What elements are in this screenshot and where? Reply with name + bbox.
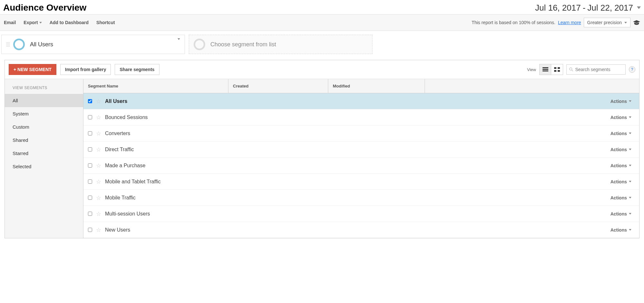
row-checkbox[interactable]: [88, 196, 92, 200]
star-icon[interactable]: ☆: [96, 114, 101, 121]
actions-dropdown[interactable]: Actions: [610, 179, 635, 184]
col-modified[interactable]: Modified: [328, 79, 425, 93]
list-view-button[interactable]: [540, 64, 551, 75]
row-checkbox[interactable]: [88, 99, 92, 103]
sample-text: This report is based on 100% of sessions…: [472, 20, 555, 25]
svg-point-7: [570, 68, 572, 70]
view-label: View: [527, 67, 536, 72]
share-segments-button[interactable]: Share segments: [115, 64, 159, 75]
chevron-down-icon: [629, 165, 631, 166]
page-title: Audience Overview: [3, 3, 86, 13]
add-dashboard-link[interactable]: Add to Dashboard: [50, 20, 89, 25]
star-icon[interactable]: ☆: [96, 226, 101, 234]
star-icon[interactable]: ☆: [96, 130, 101, 137]
col-segment-name[interactable]: Segment Name: [83, 79, 228, 93]
chevron-down-icon[interactable]: [178, 38, 180, 40]
sidebar-item-custom[interactable]: Custom: [5, 120, 83, 133]
svg-rect-0: [543, 67, 548, 68]
date-end: Jul 22, 2017: [587, 3, 633, 13]
grid-view-button[interactable]: [551, 64, 563, 75]
export-link[interactable]: Export: [24, 20, 42, 25]
view-toggle: [539, 64, 563, 75]
row-checkbox[interactable]: [88, 115, 92, 119]
sidebar-item-starred[interactable]: Starred: [5, 147, 83, 160]
svg-rect-5: [554, 70, 556, 72]
segments-sidebar: VIEW SEGMENTS AllSystemCustomSharedStarr…: [5, 79, 83, 238]
search-segments[interactable]: [566, 64, 626, 75]
chevron-down-icon: [629, 181, 631, 182]
drag-handle-icon[interactable]: [6, 42, 10, 47]
segment-name: Direct Traffic: [105, 147, 234, 152]
search-icon: [569, 67, 573, 72]
chevron-down-icon: [629, 149, 631, 150]
sidebar-item-system[interactable]: System: [5, 107, 83, 120]
svg-rect-4: [558, 67, 560, 69]
list-icon: [543, 67, 548, 72]
segment-name: Made a Purchase: [105, 163, 234, 169]
segment-name: Mobile and Tablet Traffic: [105, 179, 234, 185]
table-row[interactable]: ☆All UsersActions: [83, 93, 639, 109]
table-row[interactable]: ☆Bounced SessionsActions: [83, 109, 639, 125]
graduation-cap-icon[interactable]: [633, 20, 640, 25]
search-input[interactable]: [575, 67, 623, 72]
star-icon[interactable]: ☆: [96, 146, 101, 153]
new-segment-button[interactable]: + NEW SEGMENT: [9, 64, 56, 75]
row-checkbox[interactable]: [88, 212, 92, 216]
actions-dropdown[interactable]: Actions: [610, 115, 635, 120]
chevron-down-icon: [629, 100, 631, 102]
help-icon[interactable]: ?: [629, 66, 635, 73]
chevron-down-icon: [629, 116, 631, 118]
precision-dropdown[interactable]: Greater precision: [584, 18, 630, 27]
chevron-down-icon: [637, 6, 641, 9]
segment-name: Mobile Traffic: [105, 195, 234, 201]
star-icon[interactable]: ☆: [96, 194, 101, 201]
actions-dropdown[interactable]: Actions: [610, 147, 635, 152]
table-row[interactable]: ☆ConvertersActions: [83, 125, 639, 142]
actions-dropdown[interactable]: Actions: [610, 195, 635, 200]
chevron-down-icon: [629, 133, 631, 134]
star-icon[interactable]: ☆: [96, 178, 101, 185]
star-icon[interactable]: ☆: [96, 98, 101, 105]
learn-more-link[interactable]: Learn more: [558, 20, 581, 25]
chevron-down-icon: [624, 22, 627, 23]
chip-label: Choose segment from list: [210, 41, 276, 48]
actions-dropdown[interactable]: Actions: [610, 211, 635, 216]
svg-rect-6: [558, 70, 560, 72]
actions-dropdown[interactable]: Actions: [610, 131, 635, 136]
segment-chip-add[interactable]: Choose segment from list: [189, 35, 372, 54]
table-row[interactable]: ☆Made a PurchaseActions: [83, 158, 639, 174]
grid-icon: [554, 67, 560, 72]
row-checkbox[interactable]: [88, 147, 92, 152]
svg-rect-2: [543, 70, 548, 71]
col-created[interactable]: Created: [228, 79, 328, 93]
actions-dropdown[interactable]: Actions: [610, 99, 635, 104]
star-icon[interactable]: ☆: [96, 210, 101, 217]
row-checkbox[interactable]: [88, 163, 92, 168]
sidebar-item-selected[interactable]: Selected: [5, 160, 83, 173]
row-checkbox[interactable]: [88, 131, 92, 135]
table-row[interactable]: ☆New UsersActions: [83, 222, 639, 238]
segment-name: Multi-session Users: [105, 211, 234, 217]
actions-dropdown[interactable]: Actions: [610, 163, 635, 168]
chevron-down-icon: [39, 22, 42, 23]
segment-name: Converters: [105, 131, 234, 136]
chevron-down-icon: [629, 229, 631, 231]
star-icon[interactable]: ☆: [96, 162, 101, 169]
sidebar-item-all[interactable]: All: [5, 94, 83, 107]
shortcut-link[interactable]: Shortcut: [96, 20, 115, 25]
actions-dropdown[interactable]: Actions: [610, 227, 635, 233]
sidebar-item-shared[interactable]: Shared: [5, 133, 83, 147]
date-range-picker[interactable]: Jul 16, 2017 - Jul 22, 2017: [535, 3, 641, 13]
row-checkbox[interactable]: [88, 228, 92, 232]
row-checkbox[interactable]: [88, 179, 92, 184]
donut-icon: [194, 39, 205, 50]
svg-line-8: [572, 70, 573, 71]
chevron-down-icon: [629, 197, 631, 198]
import-gallery-button[interactable]: Import from gallery: [60, 64, 111, 75]
email-link[interactable]: Email: [4, 20, 16, 25]
table-row[interactable]: ☆Direct TrafficActions: [83, 142, 639, 158]
table-row[interactable]: ☆Multi-session UsersActions: [83, 206, 639, 222]
table-row[interactable]: ☆Mobile TrafficActions: [83, 190, 639, 206]
segment-chip-all-users[interactable]: All Users: [1, 35, 185, 54]
table-row[interactable]: ☆Mobile and Tablet TrafficActions: [83, 174, 639, 190]
